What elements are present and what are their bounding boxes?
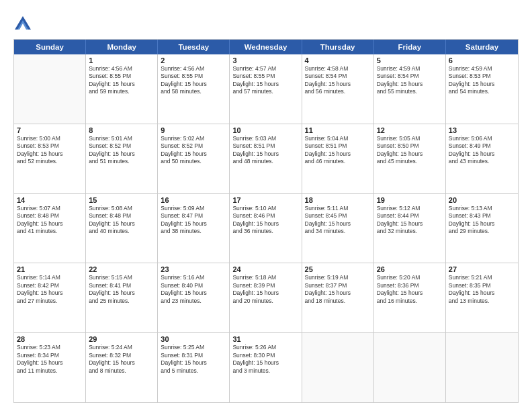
day-number: 25	[305, 265, 371, 273]
cell-info-line: and 55 minutes.	[377, 88, 443, 95]
calendar-cell: 30Sunrise: 5:25 AMSunset: 8:31 PMDayligh…	[158, 333, 230, 402]
cell-info-line: Sunset: 8:51 PM	[232, 142, 298, 150]
cell-info-line: Daylight: 15 hours	[161, 150, 226, 158]
calendar-cell: 1Sunrise: 4:56 AMSunset: 8:55 PMDaylight…	[86, 54, 158, 124]
day-number: 6	[449, 56, 515, 64]
cell-info-line: Daylight: 15 hours	[17, 220, 83, 228]
calendar-cell: 29Sunrise: 5:24 AMSunset: 8:32 PMDayligh…	[86, 333, 158, 402]
day-number: 13	[449, 126, 515, 134]
calendar: SundayMondayTuesdayWednesdayThursdayFrid…	[13, 39, 519, 403]
cell-info-line: Sunset: 8:47 PM	[161, 212, 226, 220]
calendar-row: 21Sunrise: 5:14 AMSunset: 8:42 PMDayligh…	[14, 263, 518, 333]
cell-info-line: Daylight: 15 hours	[377, 289, 443, 297]
cell-info-line: Sunrise: 5:20 AM	[377, 274, 443, 281]
day-number: 16	[161, 196, 226, 204]
cell-info-line: Daylight: 15 hours	[161, 81, 226, 88]
day-number: 19	[377, 196, 443, 204]
cell-info-line: and 45 minutes.	[377, 158, 443, 165]
cell-info-line: Sunrise: 5:05 AM	[377, 135, 443, 142]
cell-info-line: and 52 minutes.	[17, 158, 83, 165]
cell-info-line: Daylight: 15 hours	[161, 359, 226, 367]
calendar-cell	[446, 333, 518, 402]
cell-info-line: and 46 minutes.	[305, 158, 371, 165]
cell-info-line: Daylight: 15 hours	[449, 150, 515, 158]
calendar-cell: 17Sunrise: 5:10 AMSunset: 8:46 PMDayligh…	[230, 194, 302, 263]
cell-info-line: and 54 minutes.	[449, 88, 515, 95]
cell-info-line: Sunrise: 5:24 AM	[89, 344, 154, 351]
cell-info-line: Sunset: 8:53 PM	[449, 73, 515, 80]
cell-info-line: Sunset: 8:36 PM	[377, 282, 443, 289]
cell-info-line: Sunset: 8:50 PM	[377, 142, 443, 150]
cell-info-line: Daylight: 15 hours	[449, 81, 515, 88]
cell-info-line: and 23 minutes.	[161, 298, 226, 305]
cell-info-line: Sunrise: 5:04 AM	[305, 135, 371, 142]
cell-info-line: Sunrise: 5:00 AM	[17, 135, 83, 142]
cell-info-line: Daylight: 15 hours	[449, 289, 515, 297]
calendar-row: 1Sunrise: 4:56 AMSunset: 8:55 PMDaylight…	[14, 54, 518, 124]
weekday-header: Monday	[86, 40, 158, 54]
day-number: 18	[305, 196, 371, 204]
calendar-cell: 2Sunrise: 4:56 AMSunset: 8:55 PMDaylight…	[158, 54, 230, 124]
logo	[13, 15, 35, 34]
cell-info-line: Sunset: 8:30 PM	[232, 352, 298, 359]
calendar-row: 14Sunrise: 5:07 AMSunset: 8:48 PMDayligh…	[14, 194, 518, 264]
calendar-cell	[302, 333, 374, 402]
cell-info-line: Sunset: 8:49 PM	[449, 142, 515, 150]
calendar-cell: 23Sunrise: 5:16 AMSunset: 8:40 PMDayligh…	[158, 263, 230, 332]
day-number: 9	[161, 126, 226, 134]
cell-info-line: Sunset: 8:48 PM	[89, 212, 154, 220]
cell-info-line: Sunrise: 5:06 AM	[449, 135, 515, 142]
cell-info-line: Daylight: 15 hours	[305, 289, 371, 297]
day-number: 5	[377, 56, 443, 64]
calendar-cell: 7Sunrise: 5:00 AMSunset: 8:53 PMDaylight…	[14, 124, 86, 193]
day-number: 10	[232, 126, 298, 134]
cell-info-line: Sunrise: 5:19 AM	[305, 274, 371, 281]
calendar-cell: 26Sunrise: 5:20 AMSunset: 8:36 PMDayligh…	[374, 263, 446, 332]
cell-info-line: Sunrise: 5:18 AM	[232, 274, 298, 281]
day-number: 27	[449, 265, 515, 273]
cell-info-line: Sunrise: 4:56 AM	[89, 65, 154, 73]
cell-info-line: Sunset: 8:55 PM	[232, 73, 298, 80]
cell-info-line: Daylight: 15 hours	[17, 359, 83, 367]
cell-info-line: Sunrise: 4:59 AM	[377, 65, 443, 73]
calendar-cell: 24Sunrise: 5:18 AMSunset: 8:39 PMDayligh…	[230, 263, 302, 332]
day-number: 20	[449, 196, 515, 204]
calendar-cell: 10Sunrise: 5:03 AMSunset: 8:51 PMDayligh…	[230, 124, 302, 193]
cell-info-line: and 18 minutes.	[305, 298, 371, 305]
cell-info-line: and 25 minutes.	[89, 298, 154, 305]
cell-info-line: and 5 minutes.	[161, 367, 226, 375]
day-number: 14	[17, 196, 83, 204]
cell-info-line: and 40 minutes.	[89, 228, 154, 235]
cell-info-line: Sunrise: 4:56 AM	[161, 65, 226, 73]
cell-info-line: Daylight: 15 hours	[232, 220, 298, 228]
calendar-cell: 18Sunrise: 5:11 AMSunset: 8:45 PMDayligh…	[302, 194, 374, 263]
cell-info-line: Daylight: 15 hours	[377, 150, 443, 158]
cell-info-line: Sunrise: 5:11 AM	[305, 205, 371, 212]
cell-info-line: Daylight: 15 hours	[232, 289, 298, 297]
calendar-cell: 5Sunrise: 4:59 AMSunset: 8:54 PMDaylight…	[374, 54, 446, 124]
calendar-cell: 28Sunrise: 5:23 AMSunset: 8:34 PMDayligh…	[14, 333, 86, 402]
weekday-header: Saturday	[446, 40, 518, 54]
calendar-cell: 27Sunrise: 5:21 AMSunset: 8:35 PMDayligh…	[446, 263, 518, 332]
calendar-row: 28Sunrise: 5:23 AMSunset: 8:34 PMDayligh…	[14, 333, 518, 402]
cell-info-line: and 38 minutes.	[161, 228, 226, 235]
cell-info-line: and 13 minutes.	[449, 298, 515, 305]
cell-info-line: Daylight: 15 hours	[232, 359, 298, 367]
cell-info-line: and 8 minutes.	[89, 367, 154, 375]
cell-info-line: and 56 minutes.	[305, 88, 371, 95]
cell-info-line: and 29 minutes.	[449, 228, 515, 235]
cell-info-line: and 32 minutes.	[377, 228, 443, 235]
cell-info-line: Daylight: 15 hours	[232, 150, 298, 158]
calendar-cell: 16Sunrise: 5:09 AMSunset: 8:47 PMDayligh…	[158, 194, 230, 263]
cell-info-line: and 51 minutes.	[89, 158, 154, 165]
day-number: 8	[89, 126, 154, 134]
cell-info-line: Sunset: 8:51 PM	[305, 142, 371, 150]
calendar-cell: 12Sunrise: 5:05 AMSunset: 8:50 PMDayligh…	[374, 124, 446, 193]
cell-info-line: and 20 minutes.	[232, 298, 298, 305]
day-number: 15	[89, 196, 154, 204]
cell-info-line: Daylight: 15 hours	[89, 359, 154, 367]
cell-info-line: Sunset: 8:31 PM	[161, 352, 226, 359]
cell-info-line: and 57 minutes.	[232, 88, 298, 95]
weekday-header: Friday	[374, 40, 446, 54]
cell-info-line: and 50 minutes.	[161, 158, 226, 165]
